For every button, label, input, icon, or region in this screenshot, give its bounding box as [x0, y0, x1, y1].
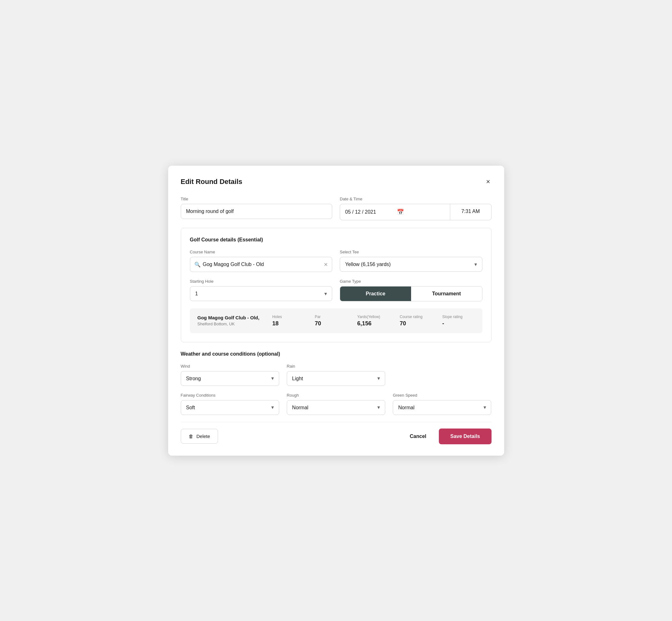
holes-label: Holes — [272, 315, 282, 319]
clear-icon[interactable]: ✕ — [324, 261, 328, 267]
par-label: Par — [315, 315, 321, 319]
slope-rating-label: Slope rating — [442, 315, 463, 319]
slope-rating-stat: Slope rating - — [442, 315, 475, 327]
modal-header: Edit Round Details × — [181, 177, 492, 187]
golf-section-title: Golf Course details (Essential) — [190, 237, 482, 243]
delete-label: Delete — [197, 433, 210, 439]
rough-wrap: Normal Short Long ▼ — [287, 400, 385, 415]
starting-hole-label: Starting Hole — [190, 279, 333, 284]
course-info-box: Gog Magog Golf Club - Old, Shelford Bott… — [190, 308, 482, 333]
course-name-input[interactable] — [190, 257, 333, 272]
rough-label: Rough — [287, 393, 385, 398]
rain-label: Rain — [287, 364, 385, 369]
fairway-wrap: Soft Normal Firm Very Firm ▼ — [181, 400, 279, 415]
starting-hole-dropdown[interactable]: 1 — [190, 286, 333, 301]
game-type-label: Game Type — [340, 279, 482, 284]
holes-value: 18 — [272, 320, 279, 327]
fairway-group: Fairway Conditions Soft Normal Firm Very… — [181, 393, 279, 415]
fairway-dropdown[interactable]: Soft Normal Firm Very Firm — [181, 400, 279, 415]
course-name-label: Course Name — [190, 250, 333, 254]
fairway-rough-green-row: Fairway Conditions Soft Normal Firm Very… — [181, 393, 492, 415]
rough-dropdown[interactable]: Normal Short Long — [287, 400, 385, 415]
title-datetime-row: Title Date & Time 05 / 12 / 2021 📅 7:31 … — [181, 197, 492, 220]
course-search-wrap: 🔍 ✕ — [190, 257, 333, 272]
course-rating-label: Course rating — [400, 315, 422, 319]
green-wrap: Normal Slow Fast Very Fast ▼ — [393, 400, 491, 415]
starting-hole-wrap: 1 ▼ — [190, 286, 333, 301]
datetime-label: Date & Time — [340, 197, 492, 201]
slope-rating-value: - — [442, 320, 444, 327]
course-name-display: Gog Magog Golf Club - Old, — [198, 315, 262, 320]
fairway-label: Fairway Conditions — [181, 393, 279, 398]
trash-icon: 🗑 — [189, 433, 194, 439]
select-tee-dropdown[interactable]: Yellow (6,156 yards) — [340, 257, 482, 272]
rain-dropdown[interactable]: Light None Moderate Heavy — [287, 371, 385, 386]
edit-round-modal: Edit Round Details × Title Date & Time 0… — [168, 166, 504, 456]
course-rating-value: 70 — [400, 320, 406, 327]
modal-title: Edit Round Details — [181, 178, 243, 186]
footer-row: 🗑 Delete Cancel Save Details — [181, 422, 492, 444]
green-dropdown[interactable]: Normal Slow Fast Very Fast — [393, 400, 491, 415]
holes-stat: Holes 18 — [272, 315, 305, 327]
course-name-info: Gog Magog Golf Club - Old, Shelford Bott… — [198, 315, 262, 326]
course-name-row: Course Name 🔍 ✕ Select Tee Yellow (6,156… — [190, 250, 482, 272]
rain-group: Rain Light None Moderate Heavy ▼ — [287, 364, 385, 386]
par-value: 70 — [315, 320, 321, 327]
cancel-button[interactable]: Cancel — [405, 429, 431, 444]
hole-game-row: Starting Hole 1 ▼ Game Type Practice Tou… — [190, 279, 482, 301]
wind-wrap: Strong Calm Light Moderate Very Strong ▼ — [181, 371, 279, 386]
wind-rain-row: Wind Strong Calm Light Moderate Very Str… — [181, 364, 492, 386]
par-stat: Par 70 — [315, 315, 347, 327]
wind-dropdown[interactable]: Strong Calm Light Moderate Very Strong — [181, 371, 279, 386]
close-button[interactable]: × — [485, 177, 492, 187]
title-group: Title — [181, 197, 333, 220]
course-name-group: Course Name 🔍 ✕ — [190, 250, 333, 272]
wind-label: Wind — [181, 364, 279, 369]
golf-course-section: Golf Course details (Essential) Course N… — [181, 228, 492, 342]
select-tee-label: Select Tee — [340, 250, 482, 254]
green-label: Green Speed — [393, 393, 491, 398]
game-type-group: Game Type Practice Tournament — [340, 279, 482, 301]
save-button[interactable]: Save Details — [439, 428, 491, 444]
title-label: Title — [181, 197, 333, 201]
weather-section: Weather and course conditions (optional)… — [181, 351, 492, 415]
delete-button[interactable]: 🗑 Delete — [181, 429, 218, 444]
datetime-row: 05 / 12 / 2021 📅 7:31 AM — [340, 204, 492, 220]
search-icon: 🔍 — [194, 261, 201, 267]
wind-group: Wind Strong Calm Light Moderate Very Str… — [181, 364, 279, 386]
starting-hole-group: Starting Hole 1 ▼ — [190, 279, 333, 301]
select-tee-wrap: Yellow (6,156 yards) ▼ — [340, 257, 482, 272]
yards-value: 6,156 — [357, 320, 371, 327]
course-rating-stat: Course rating 70 — [400, 315, 432, 327]
title-input[interactable] — [181, 204, 333, 219]
rough-group: Rough Normal Short Long ▼ — [287, 393, 385, 415]
game-type-toggle: Practice Tournament — [340, 286, 482, 301]
practice-button[interactable]: Practice — [340, 287, 411, 301]
date-value: 05 / 12 / 2021 — [345, 209, 393, 215]
yards-label: Yards(Yellow) — [357, 315, 380, 319]
calendar-icon: 📅 — [397, 209, 445, 215]
footer-right: Cancel Save Details — [405, 428, 492, 444]
time-field[interactable]: 7:31 AM — [450, 204, 491, 220]
spacer — [393, 364, 491, 386]
weather-section-title: Weather and course conditions (optional) — [181, 351, 492, 357]
select-tee-group: Select Tee Yellow (6,156 yards) ▼ — [340, 250, 482, 272]
date-field[interactable]: 05 / 12 / 2021 📅 — [340, 204, 450, 220]
datetime-group: Date & Time 05 / 12 / 2021 📅 7:31 AM — [340, 197, 492, 220]
yards-stat: Yards(Yellow) 6,156 — [357, 315, 390, 327]
rain-wrap: Light None Moderate Heavy ▼ — [287, 371, 385, 386]
green-group: Green Speed Normal Slow Fast Very Fast ▼ — [393, 393, 491, 415]
course-location: Shelford Bottom, UK — [198, 322, 262, 326]
tournament-button[interactable]: Tournament — [411, 287, 482, 301]
